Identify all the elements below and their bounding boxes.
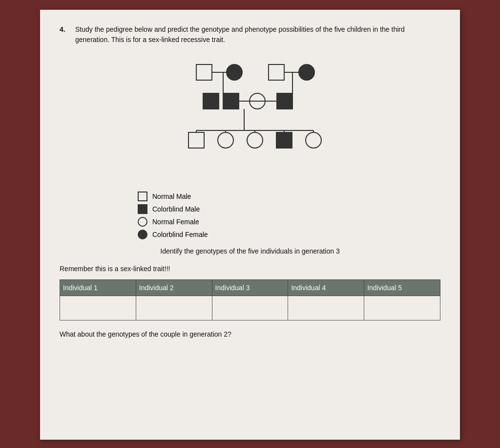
- svg-rect-24: [276, 132, 292, 148]
- cell-3[interactable]: [212, 296, 288, 320]
- cell-2[interactable]: [136, 296, 212, 320]
- identify-text: Identify the genotypes of the five indiv…: [60, 247, 440, 255]
- normal-female-icon: [138, 217, 147, 227]
- legend-colorblind-female: Colorblind Female: [138, 230, 440, 239]
- svg-rect-11: [223, 93, 239, 109]
- legend: Normal Male Colorblind Male Normal Femal…: [138, 192, 440, 239]
- cell-5[interactable]: [364, 296, 440, 320]
- col-header-4: Individual 4: [288, 280, 364, 296]
- normal-male-label: Normal Male: [152, 192, 191, 200]
- table-header-row: Individual 1 Individual 2 Individual 3 I…: [60, 280, 440, 296]
- question-header: 4. Study the pedigree below and predict …: [60, 24, 440, 45]
- genotypes-question: What about the genotypes of the couple i…: [60, 330, 440, 338]
- svg-rect-18: [188, 132, 204, 148]
- individuals-table: Individual 1 Individual 2 Individual 3 I…: [60, 279, 440, 320]
- col-header-5: Individual 5: [364, 280, 440, 296]
- question-number: 4.: [60, 24, 69, 45]
- cell-1[interactable]: [60, 296, 136, 320]
- paper: 4. Study the pedigree below and predict …: [40, 10, 460, 440]
- colorblind-female-label: Colorblind Female: [152, 231, 208, 238]
- remember-text: Remember this is a sex-linked trait!!!: [60, 265, 440, 273]
- table-row: [60, 296, 440, 320]
- normal-female-label: Normal Female: [152, 218, 199, 226]
- legend-normal-male: Normal Male: [138, 192, 440, 201]
- legend-normal-female: Normal Female: [138, 217, 440, 227]
- svg-point-26: [306, 132, 321, 148]
- colorblind-male-label: Colorblind Male: [152, 205, 200, 213]
- col-header-2: Individual 2: [136, 280, 212, 296]
- svg-point-2: [227, 64, 242, 80]
- svg-rect-3: [269, 64, 284, 80]
- svg-point-5: [299, 64, 314, 80]
- normal-male-icon: [138, 192, 147, 201]
- colorblind-male-icon: [138, 204, 147, 214]
- svg-rect-0: [196, 64, 212, 80]
- cell-4[interactable]: [288, 296, 364, 320]
- col-header-3: Individual 3: [212, 280, 288, 296]
- question-text: Study the pedigree below and predict the…: [75, 24, 440, 45]
- colorblind-female-icon: [138, 230, 147, 239]
- svg-point-22: [247, 132, 263, 148]
- legend-colorblind-male: Colorblind Male: [138, 204, 440, 214]
- col-header-1: Individual 1: [60, 280, 136, 296]
- pedigree-diagram: [147, 55, 353, 182]
- pedigree-container: [60, 55, 440, 182]
- svg-point-20: [218, 132, 233, 148]
